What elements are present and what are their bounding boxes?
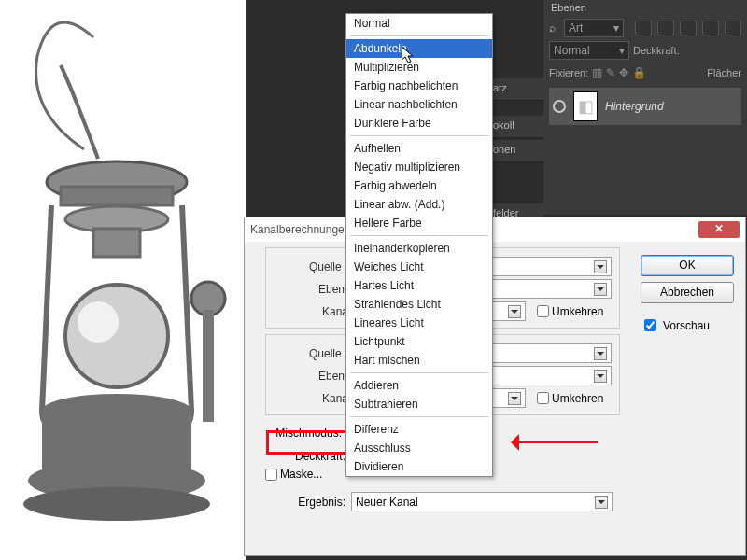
blend-menu-item[interactable]: Linear abw. (Add.): [346, 195, 492, 214]
svg-point-4: [65, 285, 168, 387]
layers-panel-title: Ebenen: [543, 0, 747, 17]
dialog-titlebar[interactable]: Kanalberechnungen ✕: [245, 217, 745, 242]
blend-menu-item[interactable]: Abdunkeln: [346, 39, 492, 58]
blend-menu-item[interactable]: Aufhellen: [346, 139, 492, 158]
blend-menu-item[interactable]: Hartes Licht: [346, 276, 492, 295]
layer-thumbnail: ◧: [573, 91, 598, 121]
fill-label: Flächer: [707, 67, 741, 78]
blend-menu-item[interactable]: Negativ multiplizieren: [346, 158, 492, 176]
layer-label: Ebene:: [274, 370, 354, 383]
channel-label: Kanal:: [274, 305, 354, 318]
blend-menu-item[interactable]: Strahlendes Licht: [346, 295, 492, 314]
svg-point-5: [78, 301, 119, 343]
cancel-button[interactable]: Abbrechen: [641, 282, 734, 303]
menu-separator: [350, 35, 488, 36]
opacity-label: Deckkraft:: [265, 450, 345, 463]
blend-menu-item[interactable]: Addieren: [346, 376, 492, 395]
preview-checkbox[interactable]: Vorschau: [641, 316, 734, 334]
side-tab[interactable]: okoll: [487, 116, 543, 138]
lock-label: Fixieren:: [549, 67, 588, 78]
layer-label: Ebene:: [274, 283, 354, 296]
canvas-area: [0, 0, 246, 560]
visibility-icon[interactable]: [553, 100, 566, 113]
blend-mode-menu[interactable]: NormalAbdunkelnMultiplizierenFarbig nach…: [345, 13, 493, 477]
blend-menu-item[interactable]: Differenz: [346, 420, 492, 439]
side-tab[interactable]: atz: [487, 78, 543, 101]
svg-rect-3: [93, 229, 140, 257]
invert1-checkbox[interactable]: Umkehren: [537, 305, 603, 318]
blend-menu-item[interactable]: Hart mischen: [346, 351, 492, 370]
invert2-checkbox[interactable]: Umkehren: [537, 392, 603, 405]
mask-checkbox[interactable]: Maske...: [265, 468, 322, 481]
lock-icon[interactable]: ▥: [592, 66, 602, 79]
close-button[interactable]: ✕: [698, 221, 740, 238]
filter-select[interactable]: Art▾: [564, 19, 624, 37]
preview-checkbox-input[interactable]: [644, 319, 656, 331]
blend-menu-item[interactable]: Lineares Licht: [346, 314, 492, 332]
blend-menu-item[interactable]: Ausschluss: [346, 439, 492, 457]
source2-label: Quelle 2:: [274, 347, 354, 360]
blend-menu-item[interactable]: Dunklere Farbe: [346, 114, 492, 133]
channel-calculations-dialog: Kanalberechnungen ✕ OK Abbrechen Vorscha…: [244, 217, 746, 556]
blend-menu-item[interactable]: Lichtpunkt: [346, 332, 492, 351]
blend-menu-item[interactable]: Subtrahieren: [346, 395, 492, 413]
source1-label: Quelle 1:: [274, 260, 354, 273]
result-label: Ergebnis:: [265, 496, 345, 509]
menu-separator: [350, 235, 488, 236]
result-select[interactable]: Neuer Kanal: [351, 492, 613, 511]
lock-move-icon[interactable]: ✥: [619, 66, 628, 79]
mask-input[interactable]: [265, 469, 277, 481]
menu-separator: [350, 135, 488, 136]
layer-blend-select[interactable]: Normal▾: [549, 41, 629, 60]
invert2-input[interactable]: [537, 392, 549, 404]
lock-all-icon[interactable]: 🔒: [632, 66, 646, 79]
blend-menu-item[interactable]: Normal: [346, 14, 492, 33]
invert1-input[interactable]: [537, 305, 549, 317]
dialog-title: Kanalberechnungen: [250, 223, 350, 236]
svg-point-9: [23, 487, 210, 521]
blend-menu-item[interactable]: Weiches Licht: [346, 258, 492, 276]
layer-name: Hintergrund: [605, 100, 664, 113]
blend-menu-item[interactable]: Hellere Farbe: [346, 214, 492, 232]
search-icon: ⌕: [549, 21, 560, 35]
blend-menu-item[interactable]: Farbig nachbelichten: [346, 77, 492, 95]
highlight-arrow-horizontal: [514, 441, 598, 443]
lock-brush-icon[interactable]: ✎: [606, 66, 615, 79]
opacity-label: Deckkraft:: [633, 45, 680, 56]
layer-row-background[interactable]: ◧ Hintergrund: [549, 88, 741, 125]
channel-label: Kanal:: [274, 392, 354, 405]
menu-separator: [350, 372, 488, 373]
ok-button[interactable]: OK: [641, 255, 734, 276]
blend-menu-item[interactable]: Farbig abwedeln: [346, 176, 492, 195]
side-tab[interactable]: onen: [487, 140, 543, 162]
menu-separator: [350, 416, 488, 417]
blend-menu-item[interactable]: Ineinanderkopieren: [346, 239, 492, 258]
layers-panel: Ebenen ⌕ Art▾ Normal▾ Deckkraft: Fixiere…: [543, 0, 747, 215]
blend-menu-item[interactable]: Linear nachbelichten: [346, 95, 492, 114]
blend-menu-item[interactable]: Multiplizieren: [346, 58, 492, 77]
mixmode-label: Mischmodus:: [265, 423, 345, 443]
blend-menu-item[interactable]: Dividieren: [346, 457, 492, 476]
svg-rect-11: [203, 310, 214, 422]
lantern-image: [5, 9, 238, 541]
svg-rect-1: [61, 187, 173, 205]
filter-icons[interactable]: [627, 21, 741, 35]
